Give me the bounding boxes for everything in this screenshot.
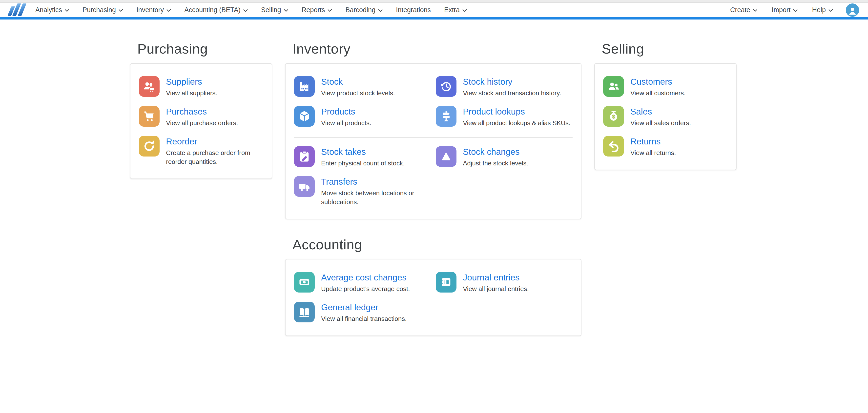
purchases-description: View all purchase orders. (166, 119, 238, 127)
journal-entries-link[interactable]: Journal entries (463, 272, 529, 283)
average-cost-changes-description: Update product’s average cost. (321, 284, 410, 293)
menu-item-stock-changes[interactable]: Stock changes Adjust the stock levels. (436, 146, 572, 168)
clipboard-pencil-icon[interactable] (294, 146, 315, 167)
nav-barcoding[interactable]: Barcoding (345, 6, 383, 14)
main-navbar: Analytics Purchasing Inventory Accountin… (0, 3, 868, 20)
customers-link[interactable]: Customers (630, 76, 686, 87)
product-lookups-description: View all product lookups & alias SKUs. (463, 119, 570, 127)
products-description: View all products. (321, 119, 371, 127)
stock-history-link[interactable]: Stock history (463, 76, 561, 87)
nav-reports-label: Reports (302, 6, 325, 14)
section-selling: Selling Customers View all customers. $ (594, 41, 737, 170)
transfers-link[interactable]: Transfers (321, 177, 431, 187)
menu-item-product-lookups[interactable]: Product lookups View all product lookups… (436, 106, 572, 136)
reorder-link[interactable]: Reorder (166, 136, 263, 147)
product-lookups-link[interactable]: Product lookups (463, 106, 570, 117)
menu-item-suppliers[interactable]: Suppliers View all suppliers. (139, 76, 263, 97)
menu-item-stock-history[interactable]: Stock history View stock and transaction… (436, 76, 572, 97)
chevron-down-icon (462, 9, 467, 12)
chevron-down-icon (284, 9, 288, 12)
selling-heading: Selling (602, 41, 737, 57)
section-accounting: Accounting Average cost changes Update p… (285, 236, 582, 336)
menu-item-reorder[interactable]: Reorder Create a purchase order from reo… (139, 136, 263, 166)
average-cost-changes-link[interactable]: Average cost changes (321, 272, 410, 283)
truck-icon[interactable] (294, 176, 315, 197)
returns-description: View all returns. (630, 148, 676, 157)
history-clock-icon[interactable] (436, 76, 457, 97)
menu-item-stock[interactable]: Stock View product stock levels. (294, 76, 431, 97)
stock-takes-description: Enter physical count of stock. (321, 159, 405, 168)
menu-item-sales[interactable]: $ Sales View all sales orders. (603, 106, 728, 127)
selling-card: Customers View all customers. $ Sales Vi… (594, 63, 737, 170)
chevron-down-icon (65, 9, 69, 12)
return-arrow-icon[interactable] (603, 136, 624, 157)
menu-item-purchases[interactable]: Purchases View all purchase orders. (139, 106, 263, 127)
accounting-card: Average cost changes Update product’s av… (285, 259, 582, 336)
nav-reports[interactable]: Reports (302, 6, 332, 14)
factory-icon[interactable] (294, 76, 315, 97)
nav-import-label: Import (772, 6, 791, 14)
menu-item-products[interactable]: Products View all products. (294, 106, 431, 127)
stock-link[interactable]: Stock (321, 76, 395, 87)
cube-icon[interactable] (294, 106, 315, 127)
accounting-heading: Accounting (292, 236, 582, 253)
stock-description: View product stock levels. (321, 89, 395, 97)
menu-item-customers[interactable]: Customers View all customers. (603, 76, 728, 97)
nav-integrations-label: Integrations (396, 6, 431, 14)
stock-history-description: View stock and transaction history. (463, 89, 561, 97)
nav-inventory[interactable]: Inventory (136, 6, 171, 14)
products-link[interactable]: Products (321, 106, 371, 117)
nav-purchasing[interactable]: Purchasing (83, 6, 123, 14)
menu-item-transfers[interactable]: Transfers Move stock between locations o… (294, 176, 431, 206)
redo-arrow-icon[interactable] (139, 136, 160, 157)
menu-item-stock-takes[interactable]: Stock takes Enter physical count of stoc… (294, 146, 431, 168)
menu-item-general-ledger[interactable]: General ledger View all financial transa… (294, 302, 431, 323)
people-cart-icon[interactable] (139, 76, 160, 97)
purchases-link[interactable]: Purchases (166, 106, 238, 117)
nav-import[interactable]: Import (772, 6, 798, 14)
open-book-icon[interactable] (294, 302, 315, 322)
general-ledger-link[interactable]: General ledger (321, 302, 407, 313)
app-logo[interactable] (9, 3, 24, 16)
triangle-icon[interactable] (436, 146, 457, 167)
chevron-down-icon (829, 9, 833, 12)
people-icon[interactable] (603, 76, 624, 97)
menu-item-average-cost-changes[interactable]: Average cost changes Update product’s av… (294, 272, 431, 293)
chevron-down-icon (378, 9, 383, 12)
nav-selling-label: Selling (261, 6, 281, 14)
nav-inventory-label: Inventory (136, 6, 164, 14)
user-avatar[interactable] (846, 3, 859, 17)
section-inventory: Inventory Stock View product stock level… (285, 41, 582, 219)
svg-text:$: $ (612, 114, 615, 120)
nav-extra[interactable]: Extra (444, 6, 467, 14)
returns-link[interactable]: Returns (630, 136, 676, 147)
menu-item-returns[interactable]: Returns View all returns. (603, 136, 728, 157)
nav-selling[interactable]: Selling (261, 6, 288, 14)
nav-analytics[interactable]: Analytics (35, 6, 69, 14)
window-top-strip (0, 0, 868, 3)
stock-changes-description: Adjust the stock levels. (463, 159, 528, 168)
banknote-icon[interactable] (294, 272, 315, 292)
journal-ticket-icon[interactable] (436, 272, 457, 292)
menu-item-journal-entries[interactable]: Journal entries View all journal entries… (436, 272, 572, 293)
stock-takes-link[interactable]: Stock takes (321, 147, 405, 157)
general-ledger-description: View all financial transactions. (321, 314, 407, 323)
nav-create[interactable]: Create (730, 6, 757, 14)
shopping-cart-icon[interactable] (139, 106, 160, 127)
journal-entries-description: View all journal entries. (463, 284, 529, 293)
nav-help[interactable]: Help (812, 6, 833, 14)
nav-help-label: Help (812, 6, 826, 14)
sales-description: View all sales orders. (630, 119, 691, 127)
nav-accounting-beta[interactable]: Accounting (BETA) (184, 6, 248, 14)
suppliers-link[interactable]: Suppliers (166, 76, 217, 87)
signpost-icon[interactable] (436, 106, 457, 127)
section-purchasing: Purchasing Suppliers View all suppliers. (130, 41, 272, 179)
stock-changes-link[interactable]: Stock changes (463, 147, 528, 157)
sales-link[interactable]: Sales (630, 106, 691, 117)
money-bag-icon[interactable]: $ (603, 106, 624, 127)
inventory-heading: Inventory (292, 41, 582, 57)
nav-create-label: Create (730, 6, 750, 14)
nav-integrations[interactable]: Integrations (396, 6, 431, 14)
inventory-card-divider (294, 137, 572, 138)
nav-extra-label: Extra (444, 6, 460, 14)
